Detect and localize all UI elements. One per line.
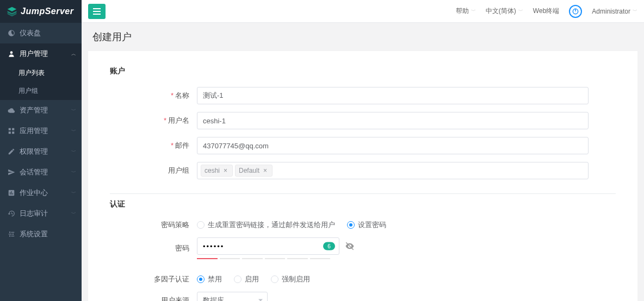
nav-label: 会话管理 [20, 167, 48, 177]
svg-point-5 [9, 231, 10, 233]
user-icon [8, 50, 15, 58]
nav-label: 资产管理 [20, 105, 48, 115]
nav-label: 权限管理 [20, 147, 48, 156]
nav-job-center[interactable]: 作业中心 ﹀ [0, 183, 82, 203]
chevron-down-icon: ﹀ [71, 190, 76, 197]
password-input[interactable] [197, 237, 339, 255]
tag: Default× [235, 165, 273, 177]
nav-user-group[interactable]: 用户组 [0, 82, 82, 100]
edit-icon [8, 148, 15, 155]
language-link[interactable]: 中文(简体)﹀ [486, 7, 523, 16]
grid-icon [8, 127, 15, 135]
chevron-down-icon: ﹀ [633, 8, 637, 15]
radio-pwd-policy-set[interactable]: 设置密码 [347, 220, 386, 230]
nav-log-audit[interactable]: 日志审计 ﹀ [0, 203, 82, 224]
pwd-strength-bar [197, 258, 330, 259]
nav-label: 应用管理 [20, 126, 48, 136]
name-input[interactable] [197, 87, 589, 104]
nav-label: 用户管理 [20, 49, 48, 59]
header: 帮助﹀ 中文(简体)﹀ Web终端 Administrator﹀ [82, 0, 644, 23]
send-icon [8, 168, 15, 176]
svg-rect-10 [11, 236, 14, 236]
logo-text: JumpServer [21, 7, 74, 16]
tag: ceshi× [201, 165, 233, 177]
chevron-down-icon: ﹀ [71, 148, 76, 155]
nav-system-settings[interactable]: 系统设置 [0, 224, 82, 244]
chevron-down-icon: ﹀ [71, 128, 76, 135]
nav-asset-mgmt[interactable]: 资产管理 ﹀ [0, 100, 82, 121]
tag-close-icon[interactable]: × [262, 167, 269, 174]
svg-rect-3 [9, 131, 11, 134]
label-source: 用户来源 [110, 296, 197, 301]
svg-rect-6 [11, 232, 14, 233]
chevron-down-icon: ﹀ [71, 169, 76, 176]
chevron-down-icon: ﹀ [518, 8, 523, 15]
label-name: *名称 [110, 91, 197, 101]
nav-dashboard[interactable]: 仪表盘 [0, 23, 82, 43]
label-mfa: 多因子认证 [110, 274, 197, 284]
email-input[interactable] [197, 137, 589, 154]
nav-user-mgmt[interactable]: 用户管理 ︿ [0, 43, 82, 64]
label-pwd-policy: 密码策略 [110, 220, 197, 230]
label-username: *用户名 [110, 116, 197, 126]
label-password: 密码 [110, 243, 197, 253]
username-input[interactable] [197, 112, 589, 129]
logo[interactable]: JumpServer [0, 0, 82, 23]
radio-mfa-force[interactable]: 强制启用 [271, 274, 310, 284]
svg-rect-4 [12, 131, 14, 134]
radio-mfa-disable[interactable]: 禁用 [197, 274, 222, 284]
sidebar-toggle-button[interactable] [88, 4, 106, 19]
eye-off-icon[interactable] [345, 241, 355, 251]
task-icon [8, 189, 15, 197]
svg-point-9 [9, 235, 10, 236]
chevron-up-icon: ︿ [71, 51, 76, 58]
chevron-down-icon: ﹀ [71, 107, 76, 114]
groups-input[interactable]: ceshi× Default× [197, 162, 589, 179]
label-email: *邮件 [110, 141, 197, 150]
nav-label: 仪表盘 [20, 28, 41, 38]
svg-rect-2 [12, 128, 14, 130]
form-card: 账户 *名称 *用户名 *邮件 用户组 ce [88, 51, 637, 301]
page-title-bar: 创建用户 [82, 23, 644, 51]
web-terminal-link[interactable]: Web终端 [533, 7, 559, 16]
sidebar: JumpServer 仪表盘 用户管理 ︿ 用户列表 用户组 资产管理 ﹀ [0, 0, 82, 301]
label-groups: 用户组 [110, 166, 197, 175]
radio-pwd-policy-email[interactable]: 生成重置密码链接，通过邮件发送给用户 [197, 220, 335, 230]
user-menu[interactable]: Administrator﹀ [592, 8, 637, 15]
chevron-down-icon: ﹀ [71, 210, 76, 217]
settings-icon [8, 230, 15, 238]
nav-session-mgmt[interactable]: 会话管理 ﹀ [0, 162, 82, 183]
svg-rect-1 [9, 128, 11, 130]
nav-perm-mgmt[interactable]: 权限管理 ﹀ [0, 141, 82, 162]
nav-label: 作业中心 [20, 188, 48, 198]
svg-point-0 [10, 51, 13, 54]
logo-icon [7, 6, 17, 17]
nav-list: 仪表盘 用户管理 ︿ 用户列表 用户组 资产管理 ﹀ 应用管理 ﹀ [0, 23, 82, 244]
tag-close-icon[interactable]: × [222, 167, 229, 174]
power-icon [572, 8, 579, 15]
section-account: 账户 [110, 66, 616, 76]
nav-label: 系统设置 [20, 229, 48, 239]
nav-user-list[interactable]: 用户列表 [0, 64, 82, 82]
svg-rect-8 [9, 234, 12, 234]
cloud-icon [8, 106, 15, 114]
page-title: 创建用户 [92, 30, 633, 43]
avatar[interactable] [569, 5, 582, 18]
chevron-down-icon: ﹀ [471, 8, 476, 15]
help-link[interactable]: 帮助﹀ [456, 7, 476, 16]
source-select[interactable]: 数据库 [197, 292, 268, 301]
dashboard-icon [8, 29, 15, 37]
history-icon [8, 210, 15, 217]
section-auth: 认证 [110, 199, 616, 209]
radio-mfa-enable[interactable]: 启用 [234, 274, 259, 284]
nav-label: 日志审计 [20, 209, 48, 218]
pwd-strength-badge: 6 [323, 242, 335, 250]
svg-point-7 [13, 234, 14, 235]
nav-app-mgmt[interactable]: 应用管理 ﹀ [0, 121, 82, 141]
